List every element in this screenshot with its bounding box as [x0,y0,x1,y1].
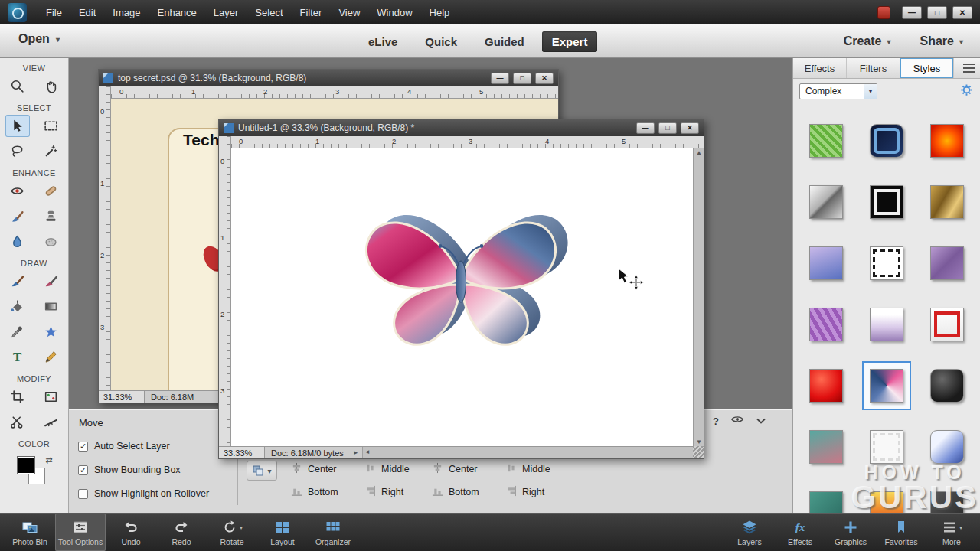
menu-help[interactable]: Help [421,0,459,24]
style-silver-diagonal[interactable] [809,185,843,219]
scroll-up-icon[interactable]: ▲ [696,149,702,156]
tool-red-eye[interactable] [5,180,30,202]
style-cell[interactable] [796,294,857,355]
style-teal-texture[interactable] [809,491,843,513]
menu-layer[interactable]: Layer [205,0,247,24]
scroll-down-icon[interactable]: ▼ [696,439,702,445]
help-icon[interactable]: ? [713,416,719,427]
tool-magic-wand[interactable] [39,140,64,162]
panel-tab-effects[interactable]: Effects [793,58,847,78]
doc2-resize-grip[interactable] [693,446,704,458]
tool-smart-brush[interactable] [5,205,30,227]
style-cell[interactable] [796,416,857,478]
eye-icon[interactable] [730,414,744,428]
style-purple-blue-gradient[interactable] [809,246,843,280]
style-cell[interactable] [796,478,857,513]
style-bronze-texture[interactable] [930,185,964,219]
checkbox-box-icon[interactable]: ✓ [78,465,88,475]
menu-edit[interactable]: Edit [70,0,104,24]
checkbox-show-highlight-on-rollover[interactable]: Show Highlight on Rollover [78,488,209,499]
doc2-titlebar[interactable]: Untitled-1 @ 33.3% (Background, RGB/8) *… [219,119,704,136]
style-cell[interactable] [917,110,978,171]
style-red-glossy[interactable] [809,369,843,403]
align-center[interactable]: Center [291,458,364,481]
style-cell[interactable] [857,171,917,233]
style-red-frame-glossy[interactable] [930,308,964,341]
tool-move[interactable] [5,115,30,137]
gear-icon[interactable] [959,83,974,100]
style-orange-glow[interactable] [930,124,964,158]
style-cell[interactable] [796,110,857,171]
style-teal-pink-gradient[interactable] [809,430,843,464]
style-green-pattern[interactable] [809,124,843,158]
checkbox-show-bounding-box[interactable]: ✓Show Bounding Box [78,465,209,475]
panel-tab-styles[interactable]: Styles [900,58,954,78]
taskbar-tool-options[interactable]: Tool Options [55,514,106,551]
doc2-canvas[interactable] [231,148,693,446]
doc2-horizontal-scrollbar[interactable]: ◄ ► [362,447,704,458]
menu-image[interactable]: Image [104,0,149,24]
open-button[interactable]: Open ▾ [18,32,60,46]
style-dark-texture[interactable] [930,491,964,513]
distribute-center[interactable]: Center [432,458,505,481]
tab-quick[interactable]: Quick [415,31,467,52]
tool-zoom[interactable] [5,75,30,97]
style-cell[interactable] [857,416,917,478]
style-cell[interactable] [857,110,917,171]
align-bottom[interactable]: Bottom [291,481,364,504]
style-black-glossy-round[interactable] [930,369,964,403]
style-cell[interactable] [857,355,917,416]
foreground-color-swatch[interactable] [18,457,34,474]
tool-eyedropper[interactable] [5,321,30,343]
menu-filter[interactable]: Filter [292,0,331,24]
tool-blur[interactable] [5,230,30,253]
taskbar-more[interactable]: ▾More [926,514,977,551]
checkbox-auto-select-layer[interactable]: ✓Auto Select Layer [78,441,209,452]
style-blue-white-glossy[interactable] [930,430,964,464]
taskbar-effects[interactable]: fxEffects [775,514,825,551]
taskbar-rotate[interactable]: ▾Rotate [207,514,257,551]
menu-window[interactable]: Window [368,0,420,24]
style-sketch-frame[interactable] [870,246,903,280]
taskbar-photo-bin[interactable]: Photo Bin [5,514,55,551]
create-button[interactable]: Create ▾ [844,34,891,48]
minimize-button[interactable]: — [636,122,655,134]
arrange-dropdown[interactable]: ▾ [247,461,277,481]
style-black-frame[interactable] [870,185,903,219]
style-cell[interactable] [917,233,978,294]
tool-straighten[interactable] [39,411,64,433]
tool-marquee[interactable] [39,115,64,137]
style-violet-pattern[interactable] [809,308,843,341]
style-cell[interactable] [917,355,978,416]
style-orange-stripes[interactable] [870,491,903,513]
tool-impressionist-brush[interactable] [39,270,64,292]
tool-lasso[interactable] [5,140,30,162]
align-middle[interactable]: Middle [364,458,438,481]
style-cell[interactable] [857,294,917,355]
style-category-dropdown[interactable]: Complex ▾ [799,83,877,99]
checkbox-box-icon[interactable] [78,489,88,499]
tool-clone-stamp[interactable] [39,205,64,227]
tool-hand[interactable] [39,75,64,97]
doc2-zoom-level[interactable]: 33.33% [219,447,265,458]
maximize-button[interactable]: □ [658,122,677,134]
tool-brush[interactable] [5,270,30,292]
taskbar-favorites[interactable]: Favorites [876,514,926,551]
close-button[interactable]: ✕ [681,122,699,134]
distribute-right[interactable]: Right [505,481,579,504]
document-window-untitled-1[interactable]: Untitled-1 @ 33.3% (Background, RGB/8) *… [218,119,704,459]
tool-sponge[interactable] [39,230,64,253]
style-cell[interactable] [917,294,978,355]
maximize-button[interactable]: □ [927,6,947,19]
doc1-zoom-level[interactable]: 31.33% [99,391,145,403]
color-swatches[interactable]: ⇄ [16,457,53,489]
tool-shape[interactable] [39,321,64,343]
style-cell[interactable] [857,233,917,294]
menu-view[interactable]: View [330,0,368,24]
taskbar-undo[interactable]: Undo [106,514,156,551]
tool-paint-bucket[interactable] [5,295,30,318]
style-cell[interactable] [796,171,857,233]
taskbar-layout[interactable]: Layout [257,514,308,551]
doc1-titlebar[interactable]: top secret.psd @ 31.3% (Background, RGB/… [99,70,558,86]
close-button[interactable]: ✕ [952,6,972,19]
